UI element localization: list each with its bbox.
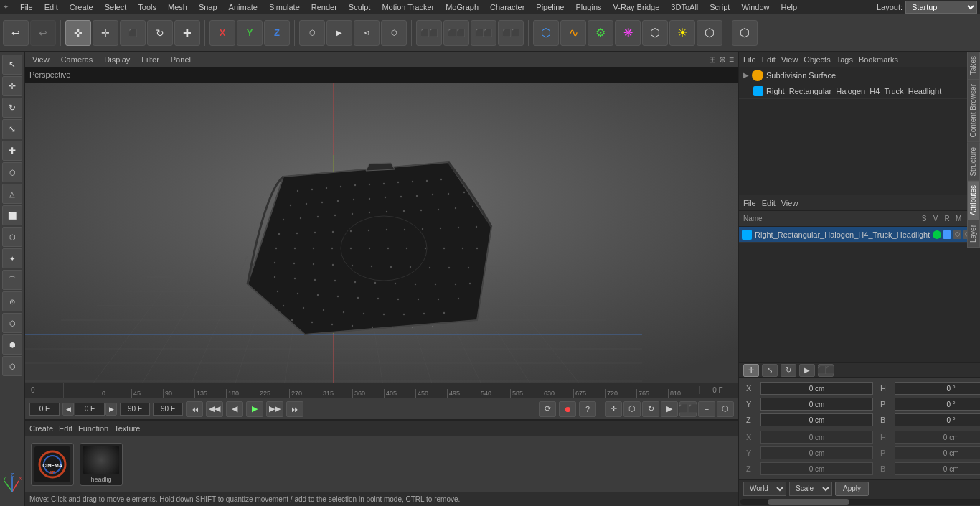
next-frame-btn[interactable]: ▶▶ — [266, 401, 283, 417]
coord-p-input[interactable] — [895, 398, 980, 411]
point-mode[interactable]: ⬡ — [381, 20, 407, 46]
left-transform-btn[interactable]: ✚ — [2, 141, 22, 161]
left-tool14[interactable]: ⬢ — [2, 334, 22, 355]
play-btn[interactable]: ▶ — [246, 401, 263, 417]
world-dropdown[interactable]: World — [743, 482, 786, 496]
object-mode[interactable]: ⬡ — [299, 20, 325, 46]
layout-dropdown[interactable]: Startup — [905, 1, 977, 14]
keyframe-tool[interactable]: ⬛⬛ — [416, 20, 442, 46]
coord-h-input[interactable] — [895, 382, 980, 395]
anim-tool7[interactable]: ⬡ — [717, 401, 734, 417]
viewport-menu-view[interactable]: View — [29, 54, 52, 65]
frame-start-input[interactable] — [29, 403, 60, 416]
coord-y-input[interactable] — [760, 398, 873, 411]
frame-total-input[interactable] — [153, 403, 183, 416]
poly-mode[interactable]: ▶ — [326, 20, 352, 46]
viewport-camera-icon[interactable]: ⊛ — [719, 55, 726, 65]
select-tool[interactable]: ✜ — [65, 20, 91, 46]
frame-end-input[interactable] — [120, 403, 150, 416]
anim-record[interactable]: ⬛⬛ — [443, 20, 469, 46]
coord-x-input[interactable] — [760, 382, 873, 395]
left-select-btn[interactable]: ↖ — [2, 55, 22, 75]
menu-mograph[interactable]: MoGraph — [440, 1, 484, 13]
viewport[interactable]: View Cameras Display Filter Panel ⊞ ⊛ ≡ … — [25, 52, 738, 383]
material-menu-texture[interactable]: Texture — [114, 424, 140, 433]
menu-motion-tracker[interactable]: Motion Tracker — [376, 1, 440, 13]
coord-b-input[interactable] — [895, 413, 980, 426]
menu-edit[interactable]: Edit — [39, 1, 64, 13]
z-axis-button[interactable]: Z — [264, 20, 290, 46]
frame-range-prev[interactable]: ◀ — [62, 403, 74, 416]
spline-tool[interactable]: ∿ — [560, 20, 586, 46]
tab-takes[interactable]: Takes — [967, 52, 980, 80]
y-axis-button[interactable]: Y — [237, 20, 263, 46]
menu-animate[interactable]: Animate — [223, 1, 263, 13]
undo-button[interactable]: ↩ — [3, 20, 29, 46]
left-tool11[interactable]: ⌒ — [2, 270, 22, 290]
scale-tool[interactable]: ⬛ — [120, 20, 146, 46]
left-tool12[interactable]: ⊙ — [2, 291, 22, 311]
coord-sb-input[interactable] — [895, 462, 980, 475]
transform-tool[interactable]: ✚ — [174, 20, 200, 46]
material-menu-function[interactable]: Function — [78, 424, 108, 433]
move-tool[interactable]: ✛ — [93, 20, 118, 46]
om-edit[interactable]: Edit — [762, 55, 776, 64]
x-axis-button[interactable]: X — [209, 20, 235, 46]
anim-tool2[interactable]: ⬡ — [623, 401, 641, 417]
anim-tool6[interactable]: ≡ — [698, 401, 715, 417]
om-tags[interactable]: Tags — [837, 55, 853, 64]
coord-grid-btn[interactable]: ⬛⬛ — [818, 364, 834, 377]
record-btn[interactable]: ⏺ — [559, 401, 576, 417]
left-tool8[interactable]: ⬜ — [2, 205, 22, 225]
menu-help[interactable]: Help — [776, 1, 804, 13]
viewport-menu-filter[interactable]: Filter — [138, 54, 161, 65]
menu-tools[interactable]: Tools — [132, 1, 162, 13]
play-reverse-btn[interactable]: ◀ — [226, 401, 243, 417]
render-preview[interactable]: ⬡ — [732, 20, 758, 46]
coord-sz-input[interactable] — [760, 462, 873, 475]
edge-mode[interactable]: ⊲ — [354, 20, 380, 46]
tab-layer[interactable]: Layer — [967, 220, 980, 248]
cube-tool[interactable]: ⬡ — [533, 20, 559, 46]
attr-view[interactable]: View — [781, 199, 798, 207]
anim-tool4[interactable]: ▶ — [661, 401, 678, 417]
frame-range-next[interactable]: ▶ — [105, 403, 117, 416]
loop-mode-btn[interactable]: ⟳ — [539, 401, 556, 417]
left-tool6[interactable]: ⬡ — [2, 162, 22, 182]
om-file[interactable]: File — [743, 55, 756, 64]
coord-move-btn[interactable]: ✛ — [743, 364, 759, 377]
menu-script[interactable]: Script — [704, 1, 735, 13]
menu-sculpt[interactable]: Sculpt — [343, 1, 377, 13]
tab-structure[interactable]: Structure — [967, 143, 980, 182]
scrollbar-thumb[interactable] — [768, 499, 849, 505]
menu-select[interactable]: Select — [99, 1, 133, 13]
menu-render[interactable]: Render — [306, 1, 343, 13]
object-manager-content[interactable]: ▶ Subdivision Surface ✓ Right_Rectangula… — [739, 67, 980, 195]
coord-sh-input[interactable] — [895, 431, 980, 444]
coord-points-btn[interactable]: ▶ — [799, 364, 815, 377]
anim-stop[interactable]: ⬛⬛ — [498, 20, 524, 46]
coord-sy-input[interactable] — [760, 446, 873, 459]
tab-attributes[interactable]: Attributes — [967, 181, 980, 220]
left-tool15[interactable]: ⬡ — [2, 356, 22, 376]
anim-tool1[interactable]: ✛ — [605, 401, 622, 417]
menu-simulate[interactable]: Simulate — [263, 1, 306, 13]
left-tool9[interactable]: ⬡ — [2, 227, 22, 247]
coord-rotate-btn[interactable]: ↻ — [781, 364, 796, 377]
coord-scale-btn[interactable]: ⤡ — [762, 364, 778, 377]
render-settings[interactable]: ⬡ — [697, 20, 722, 46]
menu-window[interactable]: Window — [735, 1, 775, 13]
tab-content-browser[interactable]: Content Browser — [967, 80, 980, 142]
anim-tool5[interactable]: ⬛⬛ — [679, 401, 697, 417]
left-tool7[interactable]: △ — [2, 184, 22, 204]
coord-z-input[interactable] — [760, 413, 873, 426]
left-tool10[interactable]: ✦ — [2, 248, 22, 268]
viewport-menu-cameras[interactable]: Cameras — [58, 54, 96, 65]
om-row-subdivision[interactable]: ▶ Subdivision Surface ✓ — [739, 67, 980, 83]
material-menu-create[interactable]: Create — [29, 424, 53, 433]
scrollbar-track[interactable] — [740, 499, 980, 505]
menu-plugins[interactable]: Plugins — [570, 1, 607, 13]
menu-create[interactable]: Create — [64, 1, 99, 13]
viewport-maximize-icon[interactable]: ⊞ — [709, 55, 716, 65]
redo-button[interactable]: ↩ — [30, 20, 56, 46]
